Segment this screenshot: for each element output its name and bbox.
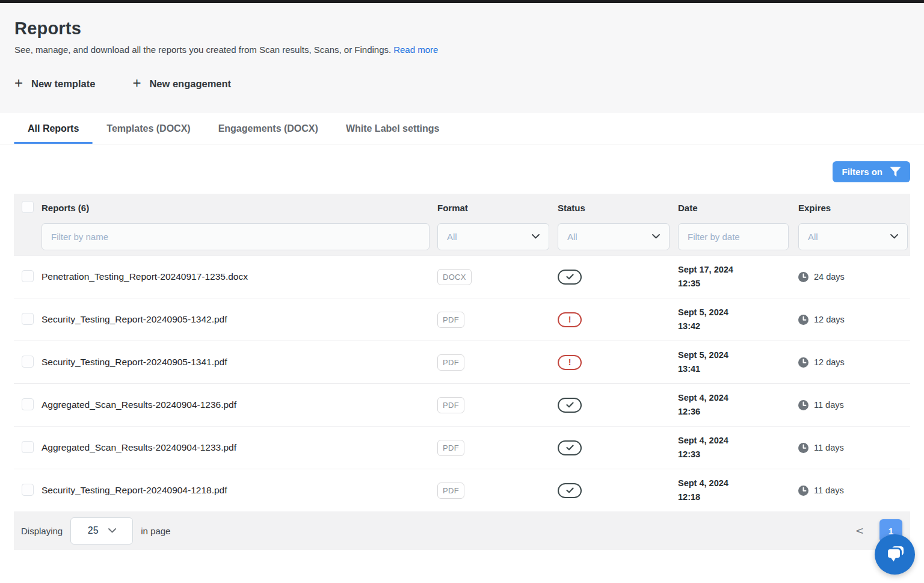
row-checkbox[interactable] bbox=[22, 441, 34, 453]
table-filter-row: All All All bbox=[14, 221, 910, 255]
table-footer: Displaying 25 in page < 1 bbox=[14, 511, 910, 550]
page-subtitle: See, manage, and download all the report… bbox=[14, 45, 910, 55]
header-actions: + New template + New engagement bbox=[14, 76, 910, 91]
read-more-link[interactable]: Read more bbox=[393, 45, 438, 55]
format-filter-select[interactable]: All bbox=[437, 223, 549, 250]
format-filter-value: All bbox=[447, 232, 457, 242]
chevron-down-icon bbox=[532, 234, 540, 239]
report-time: 12:33 bbox=[678, 448, 798, 461]
new-template-label: New template bbox=[31, 78, 95, 90]
chat-launcher-button[interactable] bbox=[875, 534, 915, 575]
expires-filter-value: All bbox=[808, 232, 818, 242]
page-header: Reports See, manage, and download all th… bbox=[0, 3, 924, 113]
displaying-label: Displaying bbox=[21, 526, 63, 536]
table-row: Security_Testing_Report-20240905-1342.pd… bbox=[14, 298, 910, 341]
table-header-row: Reports (6) Format Status Date Expires bbox=[14, 194, 910, 221]
report-name-link[interactable]: Security_Testing_Report-20240905-1342.pd… bbox=[42, 314, 227, 324]
row-checkbox[interactable] bbox=[22, 356, 34, 368]
check-icon bbox=[566, 274, 574, 280]
report-time: 12:18 bbox=[678, 490, 798, 504]
format-badge: PDF bbox=[437, 440, 464, 456]
column-header-reports: Reports (6) bbox=[42, 203, 437, 213]
chevron-down-icon bbox=[652, 234, 660, 239]
page-size-select[interactable]: 25 bbox=[70, 517, 133, 544]
exclamation-icon: ! bbox=[568, 315, 571, 324]
page-size-value: 25 bbox=[88, 525, 99, 536]
expires-text: 11 days bbox=[814, 400, 844, 410]
row-checkbox[interactable] bbox=[22, 398, 34, 410]
status-filter-value: All bbox=[567, 232, 578, 242]
funnel-icon bbox=[890, 167, 901, 177]
column-header-expires: Expires bbox=[798, 203, 910, 213]
column-header-date: Date bbox=[678, 203, 798, 213]
report-name-link[interactable]: Penetration_Testing_Report-20240917-1235… bbox=[42, 271, 248, 282]
page-title: Reports bbox=[14, 19, 910, 39]
status-icon: ! bbox=[558, 398, 582, 413]
report-date: Sept 4, 2024 bbox=[678, 391, 798, 405]
filters-on-button[interactable]: Filters on bbox=[833, 161, 910, 182]
row-checkbox[interactable] bbox=[22, 313, 34, 325]
status-icon: ! bbox=[558, 483, 582, 498]
exclamation-icon: ! bbox=[568, 358, 571, 366]
tab-all-reports[interactable]: All Reports bbox=[14, 113, 93, 144]
clock-icon bbox=[798, 486, 808, 496]
clock-icon bbox=[798, 357, 808, 368]
clock-icon bbox=[798, 400, 808, 410]
filters-toolbar: Filters on bbox=[14, 161, 910, 182]
format-badge: PDF bbox=[437, 354, 464, 371]
report-name-link[interactable]: Security_Testing_Report-20240905-1341.pd… bbox=[42, 357, 227, 367]
format-badge: PDF bbox=[437, 397, 464, 413]
column-header-format: Format bbox=[437, 203, 558, 213]
new-template-button[interactable]: + New template bbox=[14, 76, 95, 91]
plus-icon: + bbox=[132, 76, 141, 90]
report-name-link[interactable]: Security_Testing_Report-20240904-1218.pd… bbox=[42, 485, 227, 495]
previous-page-button[interactable]: < bbox=[855, 525, 864, 537]
tab-templates-docx[interactable]: Templates (DOCX) bbox=[93, 113, 204, 144]
clock-icon bbox=[798, 443, 808, 453]
chat-bubble-icon bbox=[884, 545, 906, 564]
report-name-link[interactable]: Aggregated_Scan_Results-20240904-1233.pd… bbox=[42, 442, 236, 452]
select-all-checkbox[interactable] bbox=[22, 201, 34, 213]
row-checkbox[interactable] bbox=[22, 270, 34, 282]
page-subtitle-text: See, manage, and download all the report… bbox=[14, 45, 391, 55]
in-page-label: in page bbox=[141, 526, 170, 536]
expires-text: 12 days bbox=[814, 357, 845, 367]
report-date: Sept 5, 2024 bbox=[678, 348, 798, 362]
report-time: 13:42 bbox=[678, 319, 798, 333]
tab-white-label-settings[interactable]: White Label settings bbox=[332, 113, 454, 144]
expires-text: 24 days bbox=[814, 272, 845, 282]
chevron-down-icon bbox=[890, 234, 898, 239]
check-icon bbox=[566, 445, 574, 451]
report-date: Sept 4, 2024 bbox=[678, 477, 798, 490]
report-date: Sept 17, 2024 bbox=[678, 263, 798, 277]
filters-on-label: Filters on bbox=[842, 167, 882, 177]
table-row: Security_Testing_Report-20240904-1218.pd… bbox=[14, 469, 910, 511]
column-header-status: Status bbox=[558, 203, 678, 213]
tab-bar: All Reports Templates (DOCX) Engagements… bbox=[0, 113, 924, 144]
expires-text: 12 days bbox=[814, 315, 845, 324]
table-row: Aggregated_Scan_Results-20240904-1233.pd… bbox=[14, 426, 910, 469]
expires-text: 11 days bbox=[814, 486, 844, 495]
plus-icon: + bbox=[14, 76, 23, 90]
clock-icon bbox=[798, 315, 808, 325]
status-icon: ! bbox=[558, 355, 582, 370]
clock-icon bbox=[798, 272, 808, 282]
status-icon: ! bbox=[558, 312, 582, 327]
tab-engagements-docx[interactable]: Engagements (DOCX) bbox=[205, 113, 332, 144]
report-time: 12:35 bbox=[678, 277, 798, 291]
filter-by-date-input[interactable] bbox=[678, 223, 789, 250]
format-badge: PDF bbox=[437, 312, 464, 328]
expires-filter-select[interactable]: All bbox=[798, 223, 908, 250]
new-engagement-label: New engagement bbox=[149, 78, 231, 90]
report-date: Sept 5, 2024 bbox=[678, 306, 798, 319]
report-time: 12:36 bbox=[678, 405, 798, 419]
format-badge: PDF bbox=[437, 483, 464, 499]
filter-by-name-input[interactable] bbox=[42, 223, 430, 250]
check-icon bbox=[566, 402, 574, 408]
status-icon: ! bbox=[558, 440, 582, 455]
status-filter-select[interactable]: All bbox=[558, 223, 670, 250]
new-engagement-button[interactable]: + New engagement bbox=[132, 76, 231, 91]
expires-text: 11 days bbox=[814, 443, 844, 452]
row-checkbox[interactable] bbox=[22, 484, 34, 496]
report-name-link[interactable]: Aggregated_Scan_Results-20240904-1236.pd… bbox=[42, 399, 236, 410]
